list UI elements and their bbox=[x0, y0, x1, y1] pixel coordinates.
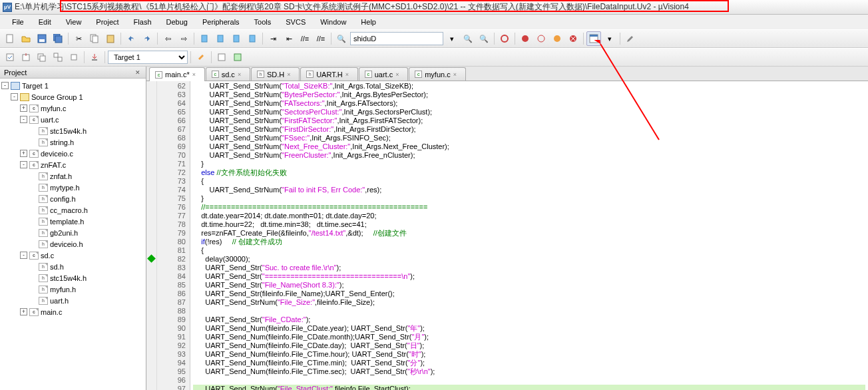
find-icon[interactable]: 🔍 bbox=[461, 31, 475, 46]
tree-item[interactable]: hsd.h bbox=[1, 261, 144, 272]
tab-close-icon[interactable]: × bbox=[345, 71, 352, 78]
tab-uartc[interactable]: cuart.c× bbox=[359, 67, 409, 81]
rebuild-icon[interactable] bbox=[35, 50, 49, 65]
target-select[interactable]: Target 1 bbox=[108, 51, 188, 64]
manage-icon[interactable] bbox=[230, 50, 245, 65]
indent-icon[interactable]: ⇥ bbox=[266, 31, 280, 46]
nav-fwd-icon[interactable]: ⇨ bbox=[176, 31, 191, 46]
open-icon[interactable] bbox=[19, 31, 33, 46]
menu-svcs[interactable]: SVCS bbox=[279, 17, 312, 27]
tab-mainc[interactable]: cmain.c*× bbox=[149, 67, 205, 81]
bookmark-clear-icon[interactable] bbox=[245, 31, 260, 46]
undo-icon[interactable] bbox=[124, 31, 138, 46]
breakpoint-gutter[interactable] bbox=[146, 81, 157, 390]
window-dropdown-icon[interactable]: ▾ bbox=[602, 31, 617, 46]
project-tree[interactable]: -Target 1-Source Group 1+cmyfun.c-cuart.… bbox=[0, 79, 146, 390]
build-icon[interactable] bbox=[19, 50, 33, 65]
menu-view[interactable]: View bbox=[59, 17, 89, 27]
menu-peripherals[interactable]: Peripherals bbox=[196, 17, 246, 27]
menu-file[interactable]: File bbox=[5, 17, 31, 27]
tree-toggle-icon[interactable]: + bbox=[20, 104, 27, 112]
tree-toggle-icon[interactable]: + bbox=[20, 308, 27, 315]
bookmark-next-icon[interactable] bbox=[229, 31, 244, 46]
tree-item[interactable]: -cuart.c bbox=[1, 114, 144, 125]
breakpoint-marker-icon[interactable] bbox=[147, 254, 156, 263]
search-input[interactable] bbox=[350, 32, 443, 45]
tree-toggle-icon[interactable]: - bbox=[20, 252, 27, 259]
incremental-find-icon[interactable]: 🔍 bbox=[477, 31, 491, 46]
tree-item[interactable]: +cdeviceio.c bbox=[1, 148, 144, 159]
tree-item[interactable]: hconfig.h bbox=[1, 193, 144, 204]
configure-icon[interactable] bbox=[623, 31, 638, 46]
dropdown-icon[interactable]: ▾ bbox=[445, 31, 459, 46]
tree-toggle-icon[interactable]: + bbox=[20, 150, 27, 157]
panel-close-icon[interactable]: ✕ bbox=[134, 69, 142, 77]
cut-icon[interactable]: ✂ bbox=[71, 31, 86, 46]
tree-item[interactable]: huart.h bbox=[1, 295, 144, 306]
tab-close-icon[interactable]: × bbox=[453, 71, 460, 78]
breakpoint-insert-icon[interactable] bbox=[518, 31, 533, 46]
tree-item[interactable]: -csd.c bbox=[1, 250, 144, 261]
bookmark-icon[interactable] bbox=[197, 31, 212, 46]
tree-toggle-icon[interactable]: - bbox=[20, 116, 27, 123]
comment-icon[interactable]: //≡ bbox=[298, 31, 312, 46]
tab-sdc[interactable]: csd.c× bbox=[206, 67, 250, 81]
nav-back-icon[interactable]: ⇦ bbox=[160, 31, 175, 46]
tree-toggle-icon[interactable]: - bbox=[11, 93, 18, 100]
tree-item[interactable]: -cznFAT.c bbox=[1, 159, 144, 170]
tab-close-icon[interactable]: × bbox=[395, 71, 402, 78]
window-icon[interactable] bbox=[586, 31, 601, 46]
menu-help[interactable]: Help bbox=[354, 17, 383, 27]
redo-icon[interactable] bbox=[140, 31, 154, 46]
debug-icon[interactable] bbox=[497, 31, 512, 46]
menu-flash[interactable]: Flash bbox=[127, 17, 158, 27]
target-options-icon[interactable] bbox=[194, 50, 208, 65]
tree-item[interactable]: +cmyfun.c bbox=[1, 102, 144, 114]
tree-toggle-icon[interactable]: - bbox=[20, 161, 27, 168]
menu-edit[interactable]: Edit bbox=[32, 17, 58, 27]
tree-item[interactable]: hcc_macro.h bbox=[1, 204, 144, 216]
uncomment-icon[interactable]: //≡ bbox=[314, 31, 328, 46]
breakpoint-enable-icon[interactable] bbox=[534, 31, 548, 46]
tree-item[interactable]: hgb2uni.h bbox=[1, 227, 144, 238]
code-content[interactable]: UART_Send_StrNum("Total_SizeKB:",Init_Ar… bbox=[190, 81, 868, 390]
tree-item[interactable]: hznfat.h bbox=[1, 170, 144, 182]
save-all-icon[interactable] bbox=[51, 31, 65, 46]
save-icon[interactable] bbox=[35, 31, 49, 46]
menu-debug[interactable]: Debug bbox=[160, 17, 194, 27]
tab-close-icon[interactable]: × bbox=[287, 71, 294, 78]
stop-build-icon[interactable] bbox=[67, 50, 81, 65]
outdent-icon[interactable]: ⇤ bbox=[282, 31, 296, 46]
tree-item[interactable]: +cmain.c bbox=[1, 306, 144, 317]
tab-close-icon[interactable]: × bbox=[238, 71, 244, 78]
new-file-icon[interactable] bbox=[3, 31, 17, 46]
menu-tools[interactable]: Tools bbox=[248, 17, 278, 27]
tree-item[interactable]: -Target 1 bbox=[1, 80, 144, 91]
tree-item[interactable]: hdeviceio.h bbox=[1, 238, 144, 250]
tree-item[interactable]: hstring.h bbox=[1, 136, 144, 148]
tab-UARTH[interactable]: hUART.H× bbox=[300, 67, 358, 81]
breakpoint-disable-icon[interactable] bbox=[550, 31, 564, 46]
file-ext-icon[interactable] bbox=[214, 50, 229, 65]
paste-icon[interactable] bbox=[103, 31, 118, 46]
tree-item[interactable]: htemplate.h bbox=[1, 216, 144, 227]
tree-item[interactable]: hstc15w4k.h bbox=[1, 125, 144, 136]
tab-myfunc[interactable]: cmyfun.c× bbox=[409, 67, 466, 81]
batch-build-icon[interactable] bbox=[51, 50, 65, 65]
tree-item[interactable]: -Source Group 1 bbox=[1, 91, 144, 102]
tab-close-icon[interactable]: × bbox=[192, 71, 199, 78]
tree-item[interactable]: hmytype.h bbox=[1, 182, 144, 193]
tree-item[interactable]: hstc15w4k.h bbox=[1, 272, 144, 284]
copy-icon[interactable] bbox=[87, 31, 102, 46]
bookmark-prev-icon[interactable] bbox=[213, 31, 228, 46]
menu-window[interactable]: Window bbox=[314, 17, 353, 27]
menu-project[interactable]: Project bbox=[89, 17, 125, 27]
find-in-files-icon[interactable]: 🔍 bbox=[334, 31, 349, 46]
code-editor[interactable]: 6263646566676869707172737475767778798081… bbox=[146, 81, 868, 390]
tree-toggle-icon[interactable]: - bbox=[1, 82, 9, 89]
breakpoint-kill-icon[interactable] bbox=[566, 31, 580, 46]
tab-SDH[interactable]: hSD.H× bbox=[251, 67, 300, 81]
download-icon[interactable] bbox=[87, 50, 102, 65]
tree-item[interactable]: hmyfun.h bbox=[1, 284, 144, 295]
translate-icon[interactable] bbox=[3, 50, 17, 65]
